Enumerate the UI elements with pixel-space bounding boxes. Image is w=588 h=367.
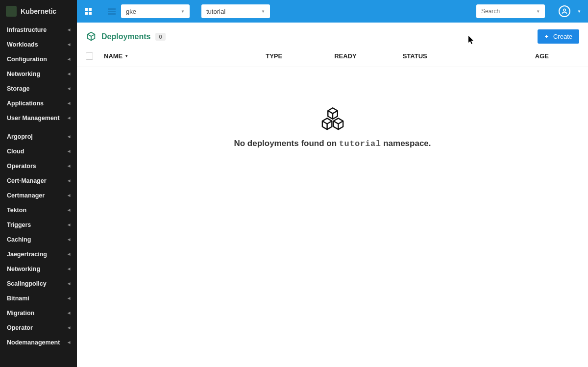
sidebar-item-nodemanagement[interactable]: Nodemanagement ◀ — [0, 335, 77, 350]
sidebar-item-infrastructure[interactable]: Infrastructure ◀ — [0, 23, 77, 37]
create-label: Create — [553, 33, 572, 40]
sidebar-item-certmanager[interactable]: Certmanager ◀ — [0, 188, 77, 203]
namespace-selector[interactable]: tutorial ▼ — [201, 4, 270, 18]
sidebar-item-label: Nodemanagement — [7, 339, 60, 346]
topbar: gke ▼ tutorial ▼ ▼ ▼ — [77, 0, 588, 23]
svg-rect-5 — [108, 11, 116, 12]
chevron-left-icon: ◀ — [68, 164, 70, 168]
count-badge: 0 — [155, 33, 165, 41]
plus-icon: + — [544, 33, 548, 40]
sidebar-item-user-management[interactable]: User Management ◀ — [0, 111, 77, 125]
chevron-left-icon: ◀ — [68, 87, 70, 91]
sidebar-item-label: Bitnami — [7, 295, 29, 302]
empty-state: No deployments found on tutorial namespa… — [77, 106, 588, 148]
column-status[interactable]: STATUS — [403, 52, 427, 60]
chevron-left-icon: ◀ — [68, 116, 70, 120]
sidebar-item-migration[interactable]: Migration ◀ — [0, 306, 77, 320]
sidebar-item-label: Storage — [7, 85, 30, 92]
page-title: Deployments — [101, 32, 150, 41]
search-input[interactable] — [481, 8, 536, 15]
sidebar-item-argoproj[interactable]: Argoproj ◀ — [0, 129, 77, 144]
sidebar-item-label: Networking — [7, 71, 40, 77]
chevron-left-icon: ◀ — [68, 238, 70, 242]
sidebar-item-workloads[interactable]: Workloads ◀ — [0, 37, 77, 52]
sidebar-item-label: Jaegertracing — [7, 251, 47, 258]
namespace-value: tutorial — [206, 8, 225, 15]
sidebar-item-networking[interactable]: Networking ◀ — [0, 67, 77, 81]
logo-section[interactable]: Kubernetic — [0, 0, 77, 23]
sidebar-item-label: Caching — [7, 236, 31, 243]
sidebar-item-label: Scalingpolicy — [7, 280, 47, 287]
dashboard-icon[interactable] — [84, 7, 93, 16]
sidebar-item-configuration[interactable]: Configuration ◀ — [0, 52, 77, 67]
sidebar-item-operators[interactable]: Operators ◀ — [0, 159, 77, 173]
context-selector[interactable]: gke ▼ — [121, 4, 190, 18]
context-value: gke — [126, 8, 136, 15]
sidebar-item-storage[interactable]: Storage ◀ — [0, 81, 77, 96]
chevron-left-icon: ◀ — [68, 72, 70, 76]
column-type[interactable]: TYPE — [266, 52, 282, 60]
sidebar-item-label: Cloud — [7, 148, 24, 155]
sidebar-item-networking-2[interactable]: Networking ◀ — [0, 262, 77, 276]
chevron-left-icon: ◀ — [68, 223, 70, 227]
column-age[interactable]: AGE — [535, 52, 549, 60]
sidebar-item-caching[interactable]: Caching ◀ — [0, 232, 77, 247]
list-icon[interactable] — [107, 7, 116, 16]
sidebar-item-triggers[interactable]: Triggers ◀ — [0, 218, 77, 232]
chevron-left-icon: ◀ — [68, 28, 70, 32]
sidebar-item-operator[interactable]: Operator ◀ — [0, 320, 77, 335]
svg-rect-1 — [89, 8, 92, 11]
sidebar-item-tekton[interactable]: Tekton ◀ — [0, 203, 77, 218]
chevron-left-icon: ◀ — [68, 101, 70, 105]
select-all-checkbox[interactable] — [86, 52, 93, 60]
chevron-left-icon: ◀ — [68, 296, 70, 300]
svg-rect-3 — [89, 12, 92, 15]
sidebar-item-applications[interactable]: Applications ◀ — [0, 96, 77, 111]
column-ready[interactable]: READY — [334, 52, 357, 60]
sidebar-item-jaegertracing[interactable]: Jaegertracing ◀ — [0, 247, 77, 262]
deployments-icon — [86, 31, 97, 42]
chevron-left-icon: ◀ — [68, 326, 70, 330]
chevron-left-icon: ◀ — [68, 135, 70, 139]
sidebar-item-label: Argoproj — [7, 133, 33, 140]
sidebar-item-bitnami[interactable]: Bitnami ◀ — [0, 291, 77, 306]
chevron-down-icon[interactable]: ▼ — [577, 9, 581, 14]
chevron-left-icon: ◀ — [68, 179, 70, 183]
chevron-left-icon: ◀ — [68, 57, 70, 61]
content-header: Deployments 0 + Create — [77, 23, 588, 50]
chevron-down-icon: ▼ — [536, 9, 540, 14]
app-name: Kubernetic — [21, 7, 56, 15]
chevron-left-icon: ◀ — [68, 43, 70, 47]
table-header-row: NAME ▼ TYPE READY STATUS AGE — [77, 50, 588, 67]
svg-rect-0 — [85, 8, 88, 11]
svg-rect-4 — [108, 8, 116, 10]
sidebar-item-label: Certmanager — [7, 192, 45, 199]
column-name[interactable]: NAME ▼ — [104, 52, 128, 60]
create-button[interactable]: + Create — [538, 29, 579, 44]
sidebar-item-label: Operator — [7, 324, 33, 331]
chevron-left-icon: ◀ — [68, 341, 70, 344]
sidebar-item-label: Configuration — [7, 56, 47, 63]
empty-cubes-icon — [320, 106, 345, 132]
search-box[interactable]: ▼ — [476, 4, 545, 18]
chevron-left-icon: ◀ — [68, 194, 70, 197]
svg-rect-2 — [85, 12, 88, 15]
chevron-left-icon: ◀ — [68, 282, 70, 286]
chevron-left-icon: ◀ — [68, 208, 70, 212]
sidebar-item-label: Migration — [7, 310, 34, 317]
chevron-left-icon: ◀ — [68, 252, 70, 256]
sort-icon: ▼ — [124, 54, 128, 58]
empty-message: No deployments found on tutorial namespa… — [234, 139, 431, 148]
user-menu-icon[interactable] — [559, 5, 570, 17]
sidebar-item-label: Networking — [7, 266, 40, 272]
svg-point-7 — [564, 9, 566, 11]
sidebar-item-cert-manager[interactable]: Cert-Manager ◀ — [0, 173, 77, 188]
sidebar-item-label: Applications — [7, 100, 44, 107]
sidebar-item-label: Operators — [7, 163, 36, 170]
sidebar-item-cloud[interactable]: Cloud ◀ — [0, 144, 77, 159]
sidebar-item-scalingpolicy[interactable]: Scalingpolicy ◀ — [0, 276, 77, 291]
sidebar: Kubernetic Infrastructure ◀ Workloads ◀ … — [0, 0, 77, 367]
sidebar-item-label: Workloads — [7, 41, 38, 48]
chevron-left-icon: ◀ — [68, 311, 70, 315]
sidebar-item-label: Tekton — [7, 207, 26, 214]
